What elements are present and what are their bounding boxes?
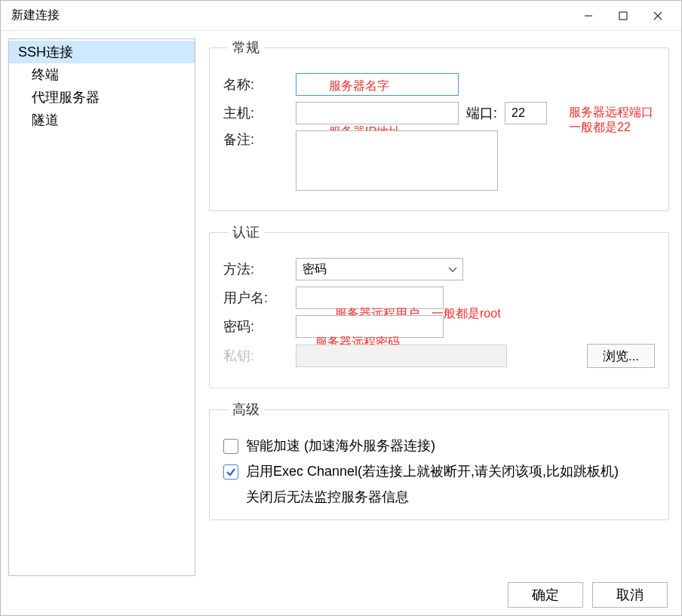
exec-channel-checkbox[interactable]: [223, 464, 238, 480]
password-input[interactable]: [296, 315, 444, 338]
group-auth-legend: 认证: [228, 223, 264, 241]
minimize-button[interactable]: [571, 1, 606, 31]
username-input[interactable]: [296, 287, 444, 309]
sidebar-item-ssh[interactable]: SSH连接: [9, 41, 195, 63]
sidebar-item-terminal[interactable]: 终端: [9, 63, 195, 86]
host-label: 主机:: [223, 104, 296, 122]
titlebar: 新建连接: [1, 1, 681, 31]
sidebar-item-proxy[interactable]: 代理服务器: [9, 86, 195, 109]
row-host: 主机: 端口: 服务器IP地址 服务器远程端口 一般都是22: [223, 102, 655, 124]
row-privkey: 私钥: 浏览...: [223, 344, 655, 368]
row-username: 用户名: 服务器远程用户，一般都是root: [223, 287, 655, 309]
name-input[interactable]: [296, 73, 459, 96]
privkey-label: 私钥:: [223, 347, 296, 365]
svg-rect-1: [619, 12, 627, 20]
name-label: 名称:: [223, 75, 296, 93]
ok-button[interactable]: 确定: [508, 582, 583, 608]
form-area: 常规 名称: 服务器名字 主机: 端口: 服务器IP地址 服务器远程端口 一般都…: [195, 31, 681, 576]
window-title: 新建连接: [11, 8, 571, 23]
row-smart-accel[interactable]: 智能加速 (加速海外服务器连接): [223, 437, 655, 455]
method-label: 方法:: [223, 260, 296, 278]
group-general-legend: 常规: [228, 38, 264, 57]
close-button[interactable]: [641, 1, 675, 31]
group-general: 常规 名称: 服务器名字 主机: 端口: 服务器IP地址 服务器远程端口 一般都…: [209, 38, 669, 211]
exec-channel-label: 启用Exec Channel(若连接上就被断开,请关闭该项,比如跳板机): [246, 462, 619, 480]
port-input[interactable]: [505, 102, 547, 124]
port-label: 端口:: [466, 104, 497, 122]
password-label: 密码:: [223, 317, 296, 336]
smart-accel-label: 智能加速 (加速海外服务器连接): [246, 437, 435, 455]
group-advanced: 高级 智能加速 (加速海外服务器连接) 启用Exec Channel(若连接上就…: [209, 400, 669, 520]
exec-channel-sublabel: 关闭后无法监控服务器信息: [246, 488, 655, 506]
row-name: 名称: 服务器名字: [223, 73, 655, 96]
username-label: 用户名:: [223, 289, 296, 307]
smart-accel-checkbox[interactable]: [223, 439, 238, 454]
group-advanced-legend: 高级: [228, 400, 264, 418]
method-select[interactable]: [296, 258, 463, 280]
sidebar: SSH连接 终端 代理服务器 隧道: [8, 38, 195, 576]
row-notes: 备注:: [223, 130, 655, 191]
browse-button[interactable]: 浏览...: [587, 344, 655, 368]
notes-label: 备注:: [223, 130, 296, 149]
privkey-input: [296, 345, 507, 367]
maximize-button[interactable]: [606, 1, 641, 31]
cancel-button[interactable]: 取消: [592, 582, 668, 608]
sidebar-item-tunnel[interactable]: 隧道: [9, 109, 195, 131]
row-method: 方法:: [223, 258, 655, 280]
port-annotation-1: 服务器远程端口: [569, 105, 653, 121]
row-password: 密码: 服务器远程密码: [223, 315, 655, 338]
footer: 确定 取消: [508, 582, 668, 608]
notes-input[interactable]: [296, 130, 498, 191]
row-exec-channel[interactable]: 启用Exec Channel(若连接上就被断开,请关闭该项,比如跳板机): [223, 462, 655, 480]
host-input[interactable]: [296, 102, 459, 124]
group-auth: 认证 方法: 用户名: 服务器远程用户，一般都是root 密码: 服务器远程密码: [209, 223, 669, 388]
